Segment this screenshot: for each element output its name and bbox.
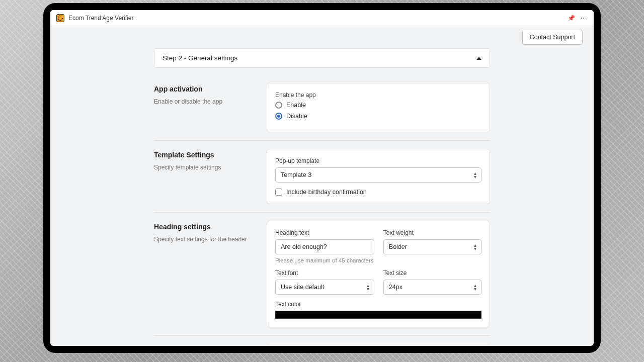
popup-template-select[interactable] xyxy=(275,167,481,183)
section-title: Heading settings xyxy=(154,223,257,231)
birthday-checkbox[interactable]: Include birthday confirmation xyxy=(275,189,481,196)
app-screen: Ecom Trend Age Verifier 📌 ⋯ Contact Supp… xyxy=(50,10,594,346)
section-title: App activation xyxy=(154,85,257,93)
template-panel: Pop-up template ▴▾ Include birthday conf… xyxy=(267,149,490,204)
activation-panel: Enable the app Enable Disable xyxy=(267,83,490,132)
radio-icon xyxy=(275,113,282,120)
text-size-select[interactable] xyxy=(383,280,481,295)
heading-hint: Please use maximum of 45 characters xyxy=(275,257,374,263)
section-title: Template Settings xyxy=(154,151,257,159)
text-font-label: Text font xyxy=(275,269,374,277)
text-size-label: Text size xyxy=(383,269,481,277)
text-color-swatch[interactable] xyxy=(275,311,481,319)
app-icon xyxy=(56,14,64,22)
text-font-select[interactable] xyxy=(275,280,374,295)
radio-disable[interactable]: Disable xyxy=(275,113,481,120)
laptop-frame: Ecom Trend Age Verifier 📌 ⋯ Contact Supp… xyxy=(43,3,601,353)
app-title: Ecom Trend Age Verifier xyxy=(68,15,568,22)
chevron-up-icon xyxy=(476,57,481,60)
toolbar: Contact Support xyxy=(50,26,594,48)
checkbox-icon xyxy=(275,189,282,196)
section-desc: Specify template settings xyxy=(154,164,257,171)
heading-panel: Heading text Please use maximum of 45 ch… xyxy=(267,221,490,327)
enable-label: Enable the app xyxy=(275,92,481,99)
text-color-label: Text color xyxy=(275,301,481,308)
section-subheading: Sub-heading settings Specify text settin… xyxy=(154,336,490,346)
accordion-step2[interactable]: Step 2 - General settings xyxy=(154,48,490,68)
text-weight-label: Text weight xyxy=(383,229,481,236)
section-desc: Enable or disable the app xyxy=(154,98,257,105)
popup-template-label: Pop-up template xyxy=(275,157,481,164)
heading-text-input[interactable] xyxy=(275,239,374,254)
subheading-panel: Sub-heading text Text weight ▴▾ xyxy=(267,344,490,346)
section-template: Template Settings Specify template setti… xyxy=(154,141,490,213)
section-activation: App activation Enable or disable the app… xyxy=(154,75,490,141)
content-area: Step 2 - General settings App activation… xyxy=(50,48,594,346)
section-desc: Specify text settings for the header xyxy=(154,236,257,243)
section-heading: Heading settings Specify text settings f… xyxy=(154,213,490,336)
heading-text-label: Heading text xyxy=(275,229,374,236)
radio-icon xyxy=(275,102,282,109)
titlebar: Ecom Trend Age Verifier 📌 ⋯ xyxy=(50,10,594,26)
accordion-title: Step 2 - General settings xyxy=(163,54,237,62)
radio-enable[interactable]: Enable xyxy=(275,102,481,109)
contact-support-button[interactable]: Contact Support xyxy=(522,30,583,45)
pin-icon[interactable]: 📌 xyxy=(568,15,575,22)
text-weight-select[interactable] xyxy=(383,239,481,254)
more-icon[interactable]: ⋯ xyxy=(580,14,588,22)
